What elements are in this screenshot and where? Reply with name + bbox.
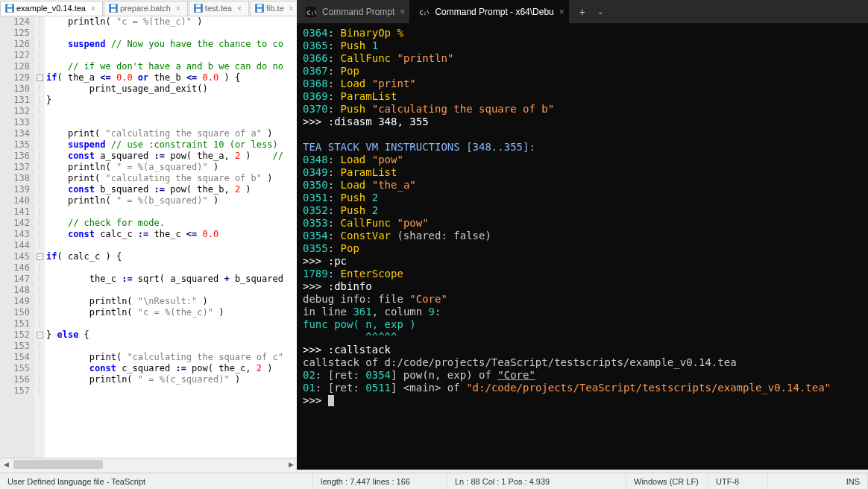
terminal-line: >>> :disasm 348, 355 — [303, 116, 862, 128]
terminal-line: callstack of d:/code/projects/TeaScript/… — [303, 356, 862, 369]
code-line[interactable]: const calc_c := the_c <= 0.0 — [45, 229, 297, 240]
tab-label: fib.te — [266, 4, 284, 13]
fold-toggle[interactable]: − — [37, 332, 43, 338]
code-line[interactable]: if( the_a <= 0.0 or the_b <= 0.0 ) { — [45, 72, 297, 83]
code-line[interactable]: } — [45, 95, 297, 106]
code-line[interactable]: // check for mode. — [45, 218, 297, 229]
tab-label: prepare.batch — [120, 4, 171, 13]
editor-tab[interactable]: prepare.batch× — [104, 1, 188, 16]
console-icon: C:\ — [306, 7, 316, 17]
scroll-left-arrow[interactable]: ◀ — [0, 459, 12, 470]
code-line[interactable]: print( "calculating the square of b" ) — [45, 173, 297, 184]
svg-rect-11 — [257, 9, 262, 13]
terminal-line: 0351: Push 2 — [303, 192, 862, 204]
horizontal-scrollbar[interactable]: ◀ ▶ — [0, 458, 297, 470]
code-line[interactable]: println( " = %(c_squared)" ) — [45, 374, 297, 385]
terminal-line: >>> :dbinfo — [303, 280, 862, 293]
close-icon[interactable]: × — [287, 4, 296, 13]
fold-column: │││││−│││││││││││││││−││││││−│││││ — [34, 16, 45, 470]
code-line[interactable]: } else { — [45, 329, 297, 341]
code-line[interactable]: println( " = %(a_squared)" ) — [45, 162, 297, 173]
code-line[interactable]: const a_squared := pow( the_a, 2 ) // — [45, 151, 297, 162]
close-icon[interactable]: × — [89, 4, 98, 13]
code-line[interactable]: suspend // Now you have the chance to co — [45, 39, 297, 50]
code-line[interactable]: suspend // use :constraint 10 (or less) — [45, 139, 297, 151]
code-line[interactable]: println( " = %(b_squared)" ) — [45, 195, 297, 206]
code-line[interactable] — [45, 285, 297, 296]
fold-toggle[interactable]: − — [37, 75, 43, 81]
terminal-line: 0369: ParamList — [303, 90, 862, 103]
status-eol: Windows (CR LF) — [626, 473, 708, 489]
terminal-line: 0354: ConstVar (shared: false) — [303, 230, 862, 242]
code-line[interactable] — [45, 117, 297, 128]
editor-tab-bar: example_v0.14.tea×prepare.batch×test.tea… — [0, 0, 297, 16]
terminal-pane: C:\Command Prompt×C:\Command Prompt - x6… — [297, 0, 868, 470]
terminal-tab[interactable]: C:\Command Prompt - x64\Debu× — [409, 0, 568, 24]
terminal-tab[interactable]: C:\Command Prompt× — [297, 0, 409, 24]
svg-rect-5 — [111, 9, 116, 13]
terminal-line: 01: [ret: 0511] <main> of "d:/code/proje… — [303, 382, 862, 394]
editor-tab[interactable]: test.tea× — [189, 1, 249, 16]
status-length: length : 7.447 lines : 166 — [313, 473, 447, 489]
terminal-line: >>> — [303, 394, 862, 407]
terminal-line: 0364: BinaryOp % — [303, 27, 862, 40]
close-icon[interactable]: × — [235, 4, 244, 13]
code-line[interactable] — [45, 385, 297, 397]
code-line[interactable]: const b_squared := pow( the_b, 2 ) — [45, 184, 297, 195]
status-lang: User Defined language file - TeaScript — [0, 473, 313, 489]
status-bar: User Defined language file - TeaScript l… — [0, 473, 868, 489]
code-line[interactable] — [45, 50, 297, 61]
svg-text:C:\: C:\ — [420, 9, 429, 16]
code-line[interactable] — [45, 262, 297, 274]
code-line[interactable] — [45, 318, 297, 329]
scroll-right-arrow[interactable]: ▶ — [285, 459, 297, 470]
code-line[interactable]: if( calc_c ) { — [45, 251, 297, 262]
code-line[interactable]: println( "c = %(the_c)" ) — [45, 307, 297, 318]
close-icon[interactable]: × — [400, 7, 405, 17]
code-line[interactable]: the_c := sqrt( a_squared + b_squared — [45, 274, 297, 285]
cursor — [328, 395, 334, 406]
code-line[interactable]: println( "c = %(the_c)" ) — [45, 16, 297, 28]
svg-rect-1 — [7, 4, 12, 7]
code-line[interactable]: const c_squared := pow( the_c, 2 ) — [45, 363, 297, 374]
terminal-line: 0367: Pop — [303, 65, 862, 78]
line-gutter: 1241251261271281291301311321331341351361… — [0, 16, 34, 470]
svg-text:C:\: C:\ — [307, 9, 316, 16]
code-line[interactable] — [45, 28, 297, 39]
svg-rect-7 — [196, 4, 201, 7]
svg-rect-10 — [257, 4, 262, 7]
tab-label: example_v0.14.tea — [16, 4, 86, 13]
scroll-track[interactable] — [12, 459, 285, 470]
scroll-thumb[interactable] — [13, 460, 103, 469]
terminal-line: in line 361, column 9: — [303, 306, 862, 318]
terminal-line: 0355: Pop — [303, 242, 862, 255]
terminal-line: >>> :pc — [303, 255, 862, 268]
code-line[interactable]: // if we don't have a and b we can do no — [45, 61, 297, 72]
code-line[interactable] — [45, 240, 297, 251]
code-line[interactable]: print( "calculating the square of c" — [45, 352, 297, 363]
tab-menu-dropdown[interactable]: ⌄ — [593, 7, 608, 16]
file-icon — [194, 4, 203, 13]
editor-tab[interactable]: example_v0.14.tea× — [0, 1, 103, 16]
fold-toggle[interactable]: − — [37, 253, 43, 260]
code-line[interactable]: println( "\nResult:" ) — [45, 296, 297, 307]
terminal-line: TEA STACK VM INSTRUCTIONS [348..355]: — [303, 141, 862, 154]
status-mode: INS — [768, 473, 868, 489]
editor-tab[interactable]: fib.te× — [250, 1, 301, 16]
code-line[interactable]: print_usage_and_exit() — [45, 83, 297, 95]
code-area[interactable]: 1241251261271281291301311321331341351361… — [0, 16, 297, 470]
code-line[interactable] — [45, 341, 297, 352]
terminal-line: 0348: Load "pow" — [303, 154, 862, 166]
close-icon[interactable]: × — [174, 4, 183, 13]
close-icon[interactable]: × — [559, 7, 564, 17]
terminal-line: 0366: CallFunc "println" — [303, 52, 862, 65]
terminal-line: 0349: ParamList — [303, 166, 862, 179]
code-lines[interactable]: println( "c = %(the_c)" ) suspend // Now… — [45, 16, 297, 470]
new-tab-button[interactable]: + — [572, 1, 593, 22]
code-line[interactable] — [45, 106, 297, 117]
code-line[interactable] — [45, 206, 297, 218]
code-line[interactable]: print( "calculating the square of a" ) — [45, 128, 297, 139]
terminal-output[interactable]: 0364: BinaryOp %0365: Push 10366: CallFu… — [297, 24, 868, 470]
terminal-line: 0352: Push 2 — [303, 204, 862, 217]
status-encoding: UTF-8 — [708, 473, 768, 489]
